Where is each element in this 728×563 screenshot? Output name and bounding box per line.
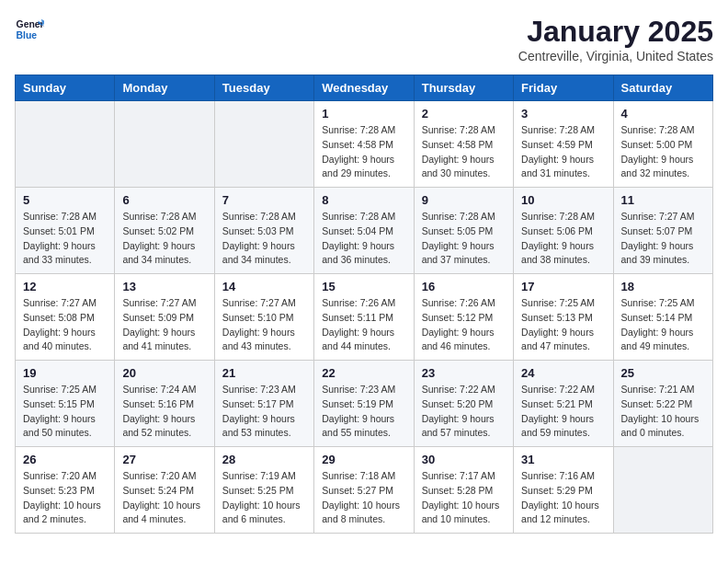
calendar-cell: 5Sunrise: 7:28 AM Sunset: 5:01 PM Daylig… bbox=[16, 188, 115, 274]
day-info: Sunrise: 7:27 AM Sunset: 5:10 PM Dayligh… bbox=[222, 296, 306, 354]
day-number: 12 bbox=[23, 280, 107, 293]
weekday-header-tuesday: Tuesday bbox=[214, 75, 313, 101]
calendar-cell: 22Sunrise: 7:23 AM Sunset: 5:19 PM Dayli… bbox=[314, 361, 414, 447]
calendar-cell: 8Sunrise: 7:28 AM Sunset: 5:04 PM Daylig… bbox=[314, 188, 414, 274]
day-number: 28 bbox=[222, 453, 306, 466]
day-number: 7 bbox=[222, 193, 306, 207]
calendar-cell bbox=[613, 447, 712, 534]
day-number: 31 bbox=[521, 453, 605, 466]
day-number: 23 bbox=[422, 366, 506, 380]
calendar-cell: 4Sunrise: 7:28 AM Sunset: 5:00 PM Daylig… bbox=[613, 101, 712, 188]
day-number: 2 bbox=[422, 107, 506, 121]
calendar-cell: 26Sunrise: 7:20 AM Sunset: 5:23 PM Dayli… bbox=[16, 447, 115, 534]
weekday-header-sunday: Sunday bbox=[16, 75, 115, 101]
calendar-cell: 18Sunrise: 7:25 AM Sunset: 5:14 PM Dayli… bbox=[613, 274, 712, 361]
calendar-cell: 21Sunrise: 7:23 AM Sunset: 5:17 PM Dayli… bbox=[214, 361, 313, 447]
logo-icon: General Blue bbox=[15, 15, 44, 44]
weekday-header-thursday: Thursday bbox=[414, 75, 513, 101]
weekday-header-row: SundayMondayTuesdayWednesdayThursdayFrid… bbox=[16, 75, 713, 101]
day-number: 13 bbox=[122, 280, 206, 293]
day-number: 9 bbox=[422, 193, 506, 207]
day-info: Sunrise: 7:28 AM Sunset: 5:01 PM Dayligh… bbox=[23, 210, 107, 268]
calendar-cell: 17Sunrise: 7:25 AM Sunset: 5:13 PM Dayli… bbox=[514, 274, 613, 361]
calendar-cell: 29Sunrise: 7:18 AM Sunset: 5:27 PM Dayli… bbox=[314, 447, 414, 534]
day-number: 14 bbox=[222, 280, 306, 293]
day-info: Sunrise: 7:27 AM Sunset: 5:07 PM Dayligh… bbox=[621, 210, 705, 268]
calendar-week-row: 19Sunrise: 7:25 AM Sunset: 5:15 PM Dayli… bbox=[16, 361, 713, 447]
day-info: Sunrise: 7:28 AM Sunset: 5:05 PM Dayligh… bbox=[422, 210, 506, 268]
day-info: Sunrise: 7:22 AM Sunset: 5:21 PM Dayligh… bbox=[521, 383, 605, 441]
calendar-week-row: 26Sunrise: 7:20 AM Sunset: 5:23 PM Dayli… bbox=[16, 447, 713, 534]
location: Centreville, Virginia, United States bbox=[518, 49, 713, 63]
day-number: 22 bbox=[322, 366, 405, 380]
day-info: Sunrise: 7:23 AM Sunset: 5:17 PM Dayligh… bbox=[222, 383, 306, 441]
day-info: Sunrise: 7:24 AM Sunset: 5:16 PM Dayligh… bbox=[122, 383, 206, 441]
calendar-week-row: 12Sunrise: 7:27 AM Sunset: 5:08 PM Dayli… bbox=[16, 274, 713, 361]
calendar-cell: 16Sunrise: 7:26 AM Sunset: 5:12 PM Dayli… bbox=[414, 274, 513, 361]
day-info: Sunrise: 7:26 AM Sunset: 5:11 PM Dayligh… bbox=[322, 296, 405, 354]
day-number: 20 bbox=[122, 366, 206, 380]
day-info: Sunrise: 7:23 AM Sunset: 5:19 PM Dayligh… bbox=[322, 383, 405, 441]
calendar-cell: 6Sunrise: 7:28 AM Sunset: 5:02 PM Daylig… bbox=[115, 188, 214, 274]
calendar-cell: 20Sunrise: 7:24 AM Sunset: 5:16 PM Dayli… bbox=[115, 361, 214, 447]
day-number: 17 bbox=[521, 280, 605, 293]
day-number: 4 bbox=[621, 107, 705, 121]
weekday-header-saturday: Saturday bbox=[613, 75, 712, 101]
calendar-week-row: 1Sunrise: 7:28 AM Sunset: 4:58 PM Daylig… bbox=[16, 101, 713, 188]
calendar-table: SundayMondayTuesdayWednesdayThursdayFrid… bbox=[15, 75, 713, 534]
day-number: 30 bbox=[422, 453, 506, 466]
calendar-cell: 12Sunrise: 7:27 AM Sunset: 5:08 PM Dayli… bbox=[16, 274, 115, 361]
day-number: 10 bbox=[521, 193, 605, 207]
calendar-cell: 25Sunrise: 7:21 AM Sunset: 5:22 PM Dayli… bbox=[613, 361, 712, 447]
day-number: 21 bbox=[222, 366, 306, 380]
calendar-cell: 3Sunrise: 7:28 AM Sunset: 4:59 PM Daylig… bbox=[514, 101, 613, 188]
day-info: Sunrise: 7:27 AM Sunset: 5:09 PM Dayligh… bbox=[122, 296, 206, 354]
day-info: Sunrise: 7:28 AM Sunset: 4:59 PM Dayligh… bbox=[521, 123, 605, 181]
day-info: Sunrise: 7:21 AM Sunset: 5:22 PM Dayligh… bbox=[621, 383, 705, 441]
calendar-cell: 1Sunrise: 7:28 AM Sunset: 4:58 PM Daylig… bbox=[314, 101, 414, 188]
day-info: Sunrise: 7:28 AM Sunset: 5:06 PM Dayligh… bbox=[521, 210, 605, 268]
title-block: January 2025 Centreville, Virginia, Unit… bbox=[518, 15, 713, 63]
day-info: Sunrise: 7:18 AM Sunset: 5:27 PM Dayligh… bbox=[322, 469, 405, 527]
day-number: 25 bbox=[621, 366, 705, 380]
day-info: Sunrise: 7:25 AM Sunset: 5:13 PM Dayligh… bbox=[521, 296, 605, 354]
day-number: 3 bbox=[521, 107, 605, 121]
day-number: 8 bbox=[322, 193, 405, 207]
day-info: Sunrise: 7:26 AM Sunset: 5:12 PM Dayligh… bbox=[422, 296, 506, 354]
day-number: 15 bbox=[322, 280, 405, 293]
day-number: 26 bbox=[23, 453, 107, 466]
weekday-header-monday: Monday bbox=[115, 75, 214, 101]
calendar-cell: 31Sunrise: 7:16 AM Sunset: 5:29 PM Dayli… bbox=[514, 447, 613, 534]
calendar-cell bbox=[115, 101, 214, 188]
day-info: Sunrise: 7:28 AM Sunset: 5:04 PM Dayligh… bbox=[322, 210, 405, 268]
day-number: 24 bbox=[521, 366, 605, 380]
day-info: Sunrise: 7:20 AM Sunset: 5:23 PM Dayligh… bbox=[23, 469, 107, 527]
day-number: 6 bbox=[122, 193, 206, 207]
day-number: 1 bbox=[322, 107, 405, 121]
day-number: 18 bbox=[621, 280, 705, 293]
weekday-header-wednesday: Wednesday bbox=[314, 75, 414, 101]
calendar-cell: 27Sunrise: 7:20 AM Sunset: 5:24 PM Dayli… bbox=[115, 447, 214, 534]
calendar-cell: 23Sunrise: 7:22 AM Sunset: 5:20 PM Dayli… bbox=[414, 361, 513, 447]
day-info: Sunrise: 7:28 AM Sunset: 5:03 PM Dayligh… bbox=[222, 210, 306, 268]
calendar-cell: 28Sunrise: 7:19 AM Sunset: 5:25 PM Dayli… bbox=[214, 447, 313, 534]
page-header: General Blue January 2025 Centreville, V… bbox=[15, 15, 713, 63]
svg-text:General: General bbox=[17, 19, 44, 29]
calendar-cell: 13Sunrise: 7:27 AM Sunset: 5:09 PM Dayli… bbox=[115, 274, 214, 361]
day-info: Sunrise: 7:16 AM Sunset: 5:29 PM Dayligh… bbox=[521, 469, 605, 527]
day-number: 27 bbox=[122, 453, 206, 466]
logo: General Blue bbox=[15, 15, 44, 44]
day-number: 19 bbox=[23, 366, 107, 380]
day-number: 16 bbox=[422, 280, 506, 293]
calendar-cell: 14Sunrise: 7:27 AM Sunset: 5:10 PM Dayli… bbox=[214, 274, 313, 361]
calendar-cell: 2Sunrise: 7:28 AM Sunset: 4:58 PM Daylig… bbox=[414, 101, 513, 188]
calendar-cell: 30Sunrise: 7:17 AM Sunset: 5:28 PM Dayli… bbox=[414, 447, 513, 534]
day-info: Sunrise: 7:25 AM Sunset: 5:14 PM Dayligh… bbox=[621, 296, 705, 354]
weekday-header-friday: Friday bbox=[514, 75, 613, 101]
day-info: Sunrise: 7:20 AM Sunset: 5:24 PM Dayligh… bbox=[122, 469, 206, 527]
day-info: Sunrise: 7:28 AM Sunset: 5:02 PM Dayligh… bbox=[122, 210, 206, 268]
calendar-cell: 11Sunrise: 7:27 AM Sunset: 5:07 PM Dayli… bbox=[613, 188, 712, 274]
day-info: Sunrise: 7:25 AM Sunset: 5:15 PM Dayligh… bbox=[23, 383, 107, 441]
calendar-cell: 7Sunrise: 7:28 AM Sunset: 5:03 PM Daylig… bbox=[214, 188, 313, 274]
day-info: Sunrise: 7:28 AM Sunset: 4:58 PM Dayligh… bbox=[322, 123, 405, 181]
